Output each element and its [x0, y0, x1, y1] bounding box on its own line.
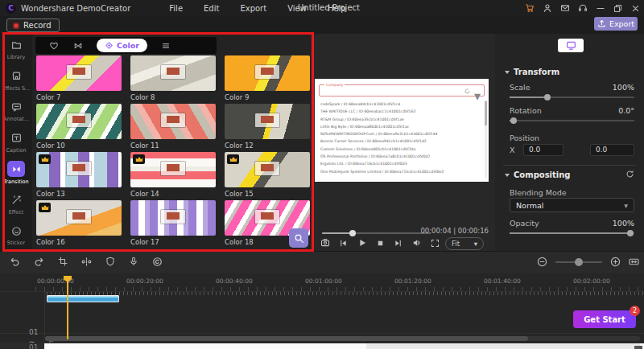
wand-icon — [7, 193, 25, 207]
minimize-icon[interactable] — [595, 3, 605, 14]
menu-file[interactable]: File — [169, 4, 183, 13]
company-option[interactable]: codeSpark / ID:60eea0dcb1c41001cd5f1c4 — [316, 101, 482, 108]
seek-thumb[interactable] — [349, 230, 356, 236]
transition-thumbnail[interactable] — [225, 55, 310, 91]
tab-shape[interactable] — [66, 41, 90, 51]
desktop-strip — [44, 343, 644, 349]
fit-timeline-icon[interactable] — [629, 257, 639, 267]
restore-icon[interactable] — [613, 3, 623, 14]
transition-item-color-11[interactable]: Color 11 — [130, 104, 216, 150]
company-option[interactable]: THE WRITIQUE LLC / ID:60eeabacc1c41001cd… — [316, 108, 482, 115]
split-icon[interactable] — [81, 257, 92, 267]
blending-mode-dropdown[interactable]: Normal ▾ — [510, 198, 634, 212]
rotation-slider[interactable] — [510, 117, 634, 124]
transition-thumbnail[interactable] — [36, 152, 122, 187]
volume-icon[interactable] — [412, 238, 422, 248]
chevron-down-icon: ▾ — [624, 201, 628, 210]
menu-export[interactable]: Export — [240, 4, 266, 13]
transition-item-color-12[interactable]: Color 12 — [225, 104, 310, 150]
transition-item-color-14[interactable]: Color 14 — [130, 152, 216, 198]
sidebar-item-caption[interactable]: Caption — [0, 127, 32, 158]
redo-icon[interactable] — [34, 257, 44, 267]
compositing-section-header[interactable]: Compositing — [505, 170, 571, 179]
close-icon[interactable] — [630, 3, 641, 14]
company-option[interactable]: Ergotolo Ltd. / ID:60eea716cb1c41001cd5f… — [316, 160, 482, 167]
tab-list[interactable] — [154, 41, 178, 51]
company-option[interactable]: Bonnie Career Services / ID:60eea941cb1c… — [316, 138, 482, 145]
sidebar-item-sticker[interactable]: Sticker — [0, 220, 32, 251]
company-option[interactable]: RT&M Group / ID:60eea35cb1c41001cd5f1ae — [316, 116, 482, 123]
transition-thumbnail[interactable] — [36, 200, 122, 236]
transition-thumbnail[interactable] — [130, 152, 216, 187]
next-frame-icon[interactable] — [394, 239, 402, 248]
account-icon[interactable] — [542, 3, 552, 14]
opacity-slider[interactable] — [510, 230, 634, 236]
transform-section-header[interactable]: Transform — [505, 68, 559, 76]
monitor-icon — [566, 40, 576, 51]
stop-icon[interactable] — [376, 239, 385, 248]
crop-icon[interactable] — [58, 257, 68, 267]
transition-thumbnail[interactable] — [130, 55, 216, 91]
transition-item-color-7[interactable]: Color 7 — [36, 55, 122, 101]
timeline-zoom-slider[interactable] — [555, 259, 602, 265]
company-option[interactable]: One MobileJunk Systems Limited / ID:60ee… — [316, 168, 482, 175]
company-option[interactable]: Custom Solutions / ID:60eea005cb1c41001c… — [316, 146, 482, 153]
sidebar-item-effect[interactable]: Effect — [0, 189, 32, 220]
company-option[interactable]: OS Professional Portfolios / ID:60eea7a8… — [316, 153, 482, 160]
snapshot-icon[interactable] — [320, 238, 330, 248]
support-icon[interactable] — [577, 3, 588, 14]
get-start-button[interactable]: Get Start 2 — [573, 310, 636, 328]
clip-properties-tab[interactable] — [558, 39, 584, 52]
company-field[interactable]: Company ▾ — [319, 84, 485, 96]
zoom-out-icon[interactable] — [537, 257, 547, 267]
mail-icon[interactable] — [559, 3, 570, 14]
timeline-clip[interactable] — [47, 295, 119, 302]
timeline-scrollbar[interactable] — [45, 336, 640, 341]
tab-favorites[interactable] — [42, 41, 66, 51]
export-button[interactable]: Export — [594, 17, 638, 31]
tab-color[interactable]: Color — [97, 39, 147, 52]
position-y-input[interactable]: 0.0 — [590, 144, 634, 156]
mic-icon[interactable] — [129, 257, 138, 267]
position-x-input[interactable]: 0.0 — [523, 144, 564, 156]
search-button[interactable] — [289, 228, 308, 248]
seek-bar[interactable] — [322, 230, 431, 236]
company-option[interactable]: Little Big Byte / ID:60eeaa80db1c41001cd… — [316, 123, 482, 130]
transition-item-color-15[interactable]: Color 15 — [225, 152, 310, 198]
sidebar-item-annotat[interactable]: Annotat... — [0, 96, 32, 127]
transition-item-color-13[interactable]: Color 13 — [36, 152, 122, 198]
fit-dropdown[interactable]: Fit ▾ — [445, 237, 484, 250]
menu-edit[interactable]: Edit — [204, 4, 219, 13]
sidebar-item-library[interactable]: Library — [0, 34, 32, 65]
sidebar-item-effectss[interactable]: Effects S... — [0, 65, 32, 96]
sidebar-item-transition[interactable]: Transition — [0, 158, 32, 189]
shield-icon[interactable] — [105, 257, 115, 267]
company-field-label: Company — [324, 83, 345, 87]
fullscreen-icon[interactable] — [431, 239, 440, 248]
scale-slider[interactable] — [510, 94, 634, 101]
cart-icon[interactable] — [524, 3, 535, 14]
preview-area: Company ▾ codeSpark / ID:60eea0dcb1c4100… — [314, 34, 495, 251]
transition-item-color-17[interactable]: Color 17 — [130, 200, 216, 246]
reset-compositing-icon[interactable] — [625, 170, 634, 179]
ruler-label: 00:01:00:00 — [305, 277, 342, 285]
copyright-icon[interactable] — [152, 257, 163, 267]
undo-icon[interactable] — [10, 257, 20, 267]
transition-item-color-10[interactable]: Color 10 — [36, 104, 122, 150]
transition-item-color-9[interactable]: Color 9 — [225, 55, 310, 101]
transition-thumbnail[interactable] — [130, 200, 216, 236]
zoom-in-icon[interactable] — [610, 257, 621, 267]
transition-thumbnail[interactable] — [225, 152, 310, 187]
transition-thumbnail[interactable] — [130, 104, 216, 139]
transition-item-color-8[interactable]: Color 8 — [130, 55, 216, 101]
company-option[interactable]: RESUMEWRITINGGROUP.Com / ID:60eea9e2cb1c… — [316, 130, 482, 138]
transition-thumbnail[interactable] — [36, 104, 122, 139]
transition-item-color-16[interactable]: Color 16 — [36, 200, 122, 246]
transition-thumbnail[interactable] — [36, 55, 122, 91]
record-button[interactable]: Record — [6, 18, 60, 32]
prev-frame-icon[interactable] — [339, 239, 348, 248]
play-icon[interactable] — [357, 238, 367, 248]
transition-thumbnail[interactable] — [225, 104, 310, 139]
options-scrollbar[interactable] — [485, 100, 487, 179]
project-title: Untitled Project — [298, 3, 360, 12]
